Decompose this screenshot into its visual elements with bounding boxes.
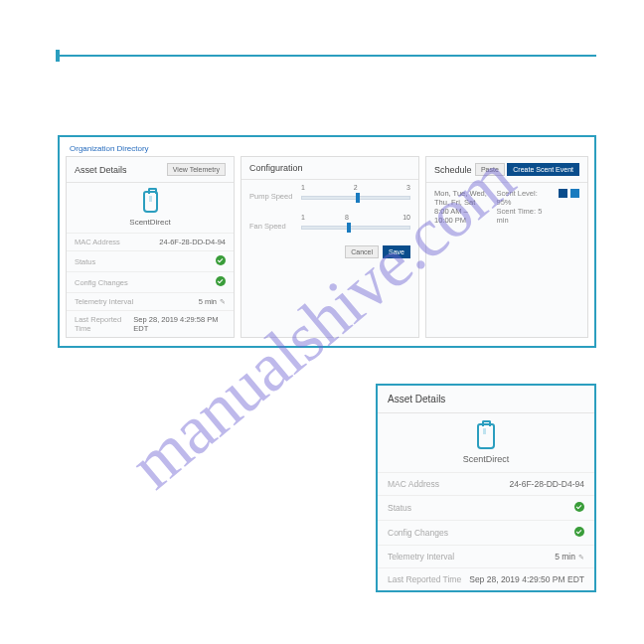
device-icon xyxy=(143,191,158,213)
check-icon xyxy=(216,255,226,265)
pump-tick-mid: 2 xyxy=(354,184,358,191)
asset-details-title: Asset Details xyxy=(75,165,127,175)
delete-icon[interactable] xyxy=(570,189,579,198)
create-scent-event-button[interactable]: Create Scent Event xyxy=(507,163,579,176)
detail-label: MAC Address xyxy=(75,238,120,246)
detail-label: Telemetry Interval xyxy=(75,297,133,306)
detail-label: Telemetry Interval xyxy=(388,552,454,562)
fan-tick-mid: 8 xyxy=(345,214,349,221)
zoom-panel: Asset Details ScentDirect MAC Address24-… xyxy=(376,384,596,592)
detail-label: Config Changes xyxy=(75,278,128,287)
schedule-card: Schedule Paste Create Scent Event Mon, T… xyxy=(425,156,588,338)
detail-label: Last Reported Time xyxy=(75,315,133,333)
pump-tick-min: 1 xyxy=(301,184,305,191)
asset-details-card: Asset Details View Telemetry ScentDirect… xyxy=(66,156,235,338)
detail-value xyxy=(574,502,584,514)
pump-tick-max: 3 xyxy=(406,184,410,191)
schedule-days: Mon, Tue, Wed, Thu, Fri, Sat xyxy=(434,189,489,207)
detail-label: Status xyxy=(388,503,411,513)
zoom-asset-details-title: Asset Details xyxy=(388,394,445,404)
check-icon xyxy=(574,502,584,512)
pump-speed-slider[interactable]: 1 2 3 xyxy=(301,186,410,206)
view-telemetry-button[interactable]: View Telemetry xyxy=(167,163,226,176)
main-panel: Organization Directory Asset Details Vie… xyxy=(58,135,596,348)
detail-row: Status xyxy=(67,250,234,271)
detail-value xyxy=(216,276,226,288)
detail-row: Last Reported TimeSep 28, 2019 4:29:58 P… xyxy=(67,310,234,337)
check-icon xyxy=(574,527,584,537)
device-name: ScentDirect xyxy=(129,218,170,227)
detail-value: Sep 28, 2019 4:29:58 PM EDT xyxy=(133,315,226,333)
detail-value: 5 min✎ xyxy=(555,552,584,562)
detail-row: Config Changes xyxy=(378,520,594,545)
edit-icon[interactable] xyxy=(559,189,567,198)
detail-row: MAC Address24-6F-28-DD-D4-94 xyxy=(67,233,234,250)
scent-level: Scent Level: 95% xyxy=(497,189,552,207)
schedule-time: 8:00 AM – 10:00 PM xyxy=(434,207,489,225)
configuration-title: Configuration xyxy=(249,163,303,173)
cancel-button[interactable]: Cancel xyxy=(345,245,379,258)
fan-tick-max: 10 xyxy=(402,214,410,221)
horizontal-rule xyxy=(58,55,596,57)
detail-label: Config Changes xyxy=(388,528,448,538)
fan-speed-slider[interactable]: 1 8 10 xyxy=(301,216,410,236)
detail-row: Config Changes xyxy=(67,271,234,292)
fan-tick-min: 1 xyxy=(301,214,305,221)
detail-row: Status xyxy=(378,495,594,520)
device-name: ScentDirect xyxy=(463,454,510,464)
detail-label: MAC Address xyxy=(388,479,439,489)
configuration-card: Configuration Pump Speed 1 2 3 xyxy=(241,156,419,338)
pump-speed-label: Pump Speed xyxy=(249,192,301,201)
detail-row: Telemetry Interval5 min✎ xyxy=(378,545,594,567)
detail-value: Sep 28, 2019 4:29:50 PM EDT xyxy=(469,574,584,584)
scent-time: Scent Time: 5 min xyxy=(497,207,552,225)
pencil-icon[interactable]: ✎ xyxy=(220,298,226,306)
save-button[interactable]: Save xyxy=(383,245,410,258)
detail-label: Last Reported Time xyxy=(388,574,461,584)
paste-button[interactable]: Paste xyxy=(475,163,505,176)
schedule-title: Schedule xyxy=(434,165,472,175)
check-icon xyxy=(216,276,226,286)
device-icon xyxy=(477,423,495,449)
detail-value: 24-6F-28-DD-D4-94 xyxy=(509,479,584,489)
breadcrumb[interactable]: Organization Directory xyxy=(60,137,594,156)
detail-row: Telemetry Interval5 min✎ xyxy=(67,292,234,310)
pencil-icon[interactable]: ✎ xyxy=(578,554,584,562)
detail-row: Last Reported TimeSep 28, 2019 4:29:50 P… xyxy=(378,567,594,590)
detail-value: 24-6F-28-DD-D4-94 xyxy=(159,238,226,246)
detail-value: 5 min✎ xyxy=(199,297,226,306)
detail-value xyxy=(216,255,226,267)
detail-row: MAC Address24-6F-28-DD-D4-94 xyxy=(378,472,594,495)
fan-speed-label: Fan Speed xyxy=(249,222,301,231)
detail-label: Status xyxy=(75,257,95,266)
detail-value xyxy=(574,527,584,539)
